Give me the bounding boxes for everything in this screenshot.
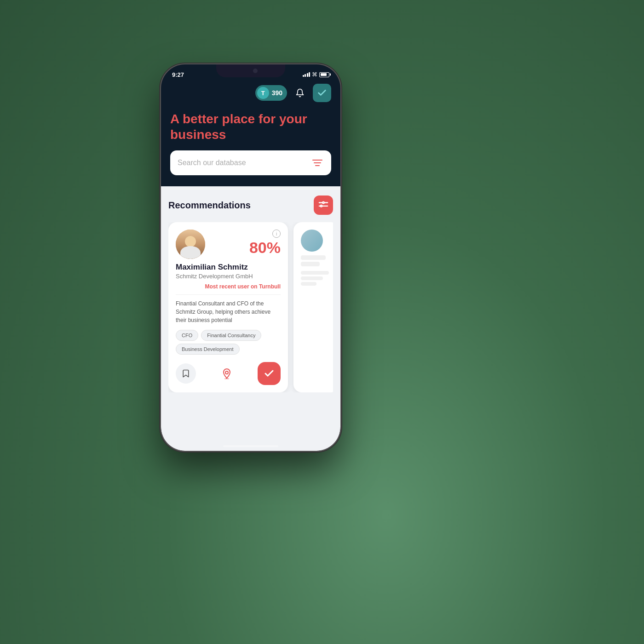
token-badge[interactable]: T 390 bbox=[255, 85, 287, 101]
card-divider bbox=[176, 294, 281, 295]
card-top: i 80% bbox=[176, 230, 281, 259]
tag-business-development[interactable]: Business Development bbox=[176, 344, 240, 355]
search-filter-icon[interactable] bbox=[311, 156, 324, 169]
side-line-1 bbox=[301, 255, 326, 260]
side-line-2 bbox=[301, 262, 320, 266]
confirm-check-icon bbox=[264, 368, 275, 379]
tag-cfo[interactable]: CFO bbox=[176, 330, 198, 341]
tags-row: CFO Finantial Consultancy Business Devel… bbox=[176, 330, 281, 355]
phone-screen: 9:27 ⌘ bbox=[161, 64, 340, 451]
bio-text: Finantial Consultant and CFO of the Schm… bbox=[176, 299, 281, 324]
avatar bbox=[176, 230, 205, 259]
top-row: T 390 bbox=[170, 84, 331, 102]
side-line-4 bbox=[301, 276, 323, 280]
bookmark-icon bbox=[181, 369, 190, 378]
side-line-3 bbox=[301, 271, 329, 275]
cards-row: i 80% Maximilian Schmitz Schmitz Develop… bbox=[168, 222, 333, 392]
search-placeholder: Search our database bbox=[178, 159, 246, 167]
app-content: Recommendations bbox=[161, 186, 340, 451]
person-name: Maximilian Schmitz bbox=[176, 263, 281, 272]
battery-fill bbox=[321, 73, 327, 76]
recommendation-card-main[interactable]: i 80% Maximilian Schmitz Schmitz Develop… bbox=[168, 222, 288, 392]
match-section: i 80% bbox=[249, 230, 281, 257]
token-icon: T bbox=[257, 87, 269, 99]
checkmark-v-icon bbox=[317, 88, 327, 98]
phone-frame: 9:27 ⌘ bbox=[161, 64, 340, 451]
signal-bars bbox=[303, 72, 310, 77]
side-line-5 bbox=[301, 282, 316, 286]
phone-wrapper: 9:27 ⌘ bbox=[161, 64, 340, 451]
recommendations-filter-button[interactable] bbox=[314, 196, 333, 215]
side-avatar bbox=[301, 230, 323, 252]
card-actions bbox=[176, 362, 281, 385]
recent-user-label: Most recent user on Turnbull bbox=[176, 283, 281, 290]
tag-financial-consultancy[interactable]: Finantial Consultancy bbox=[201, 330, 261, 341]
scene: 9:27 ⌘ bbox=[0, 0, 644, 644]
status-bar: 9:27 ⌘ bbox=[161, 69, 340, 80]
location-pin-icon bbox=[221, 368, 232, 379]
company-name: Schmitz Development GmbH bbox=[176, 273, 281, 280]
search-bar[interactable]: Search our database bbox=[170, 150, 331, 175]
svg-point-9 bbox=[225, 371, 228, 374]
info-button[interactable]: i bbox=[272, 230, 281, 238]
recommendations-header: Recommendations bbox=[168, 196, 333, 215]
battery-icon bbox=[319, 72, 329, 77]
home-indicator bbox=[223, 445, 278, 447]
hero-title: A better place for your business bbox=[170, 111, 331, 142]
status-icons: ⌘ bbox=[303, 71, 330, 78]
app-header: T 390 bbox=[161, 64, 340, 186]
wifi-icon: ⌘ bbox=[312, 71, 317, 78]
status-time: 9:27 bbox=[172, 71, 184, 78]
match-percentage: 80% bbox=[249, 239, 281, 257]
notification-button[interactable] bbox=[292, 85, 308, 101]
location-button[interactable] bbox=[217, 363, 237, 384]
brand-check-button[interactable] bbox=[313, 84, 331, 102]
sliders-icon bbox=[318, 200, 328, 210]
filter-lines-icon bbox=[312, 159, 322, 167]
avatar-person-image bbox=[176, 230, 205, 259]
bell-icon bbox=[295, 88, 305, 98]
bookmark-button[interactable] bbox=[176, 363, 196, 384]
side-text bbox=[301, 255, 332, 286]
confirm-button[interactable] bbox=[258, 362, 281, 385]
recommendations-title: Recommendations bbox=[168, 200, 251, 211]
token-count: 390 bbox=[272, 89, 282, 97]
recommendation-card-side bbox=[293, 222, 333, 392]
